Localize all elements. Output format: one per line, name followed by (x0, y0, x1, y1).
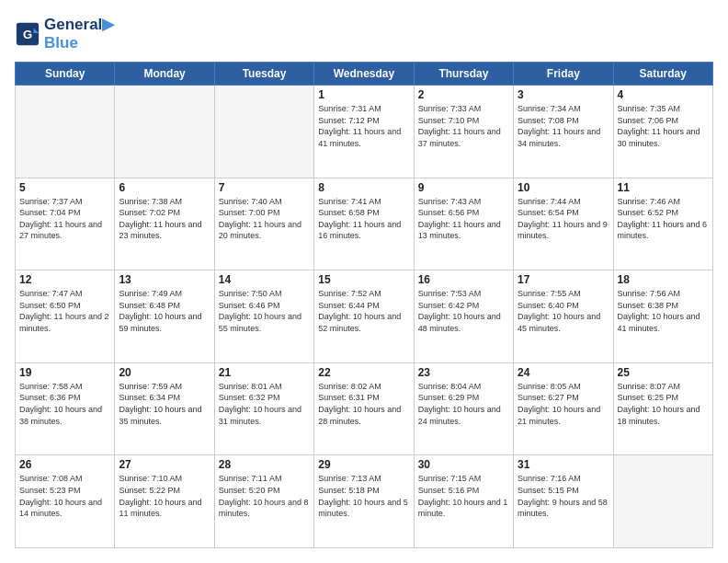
day-cell-30: 30Sunrise: 7:15 AMSunset: 5:16 PMDayligh… (414, 455, 513, 548)
day-cell-2: 2Sunrise: 7:33 AMSunset: 7:10 PMDaylight… (414, 86, 513, 178)
day-cell-10: 10Sunrise: 7:44 AMSunset: 6:54 PMDayligh… (514, 178, 613, 270)
day-number: 1 (318, 88, 409, 101)
day-number: 6 (119, 181, 210, 194)
logo-blue: Blue (44, 34, 114, 52)
day-info: Sunrise: 8:07 AMSunset: 6:25 PMDaylight:… (618, 381, 709, 427)
day-cell-5: 5Sunrise: 7:37 AMSunset: 7:04 PMDaylight… (16, 178, 115, 270)
day-cell-14: 14Sunrise: 7:50 AMSunset: 6:46 PMDayligh… (214, 270, 313, 363)
day-info: Sunrise: 7:50 AMSunset: 6:46 PMDaylight:… (219, 288, 310, 334)
day-info: Sunrise: 7:56 AMSunset: 6:38 PMDaylight:… (618, 288, 709, 334)
day-info: Sunrise: 7:40 AMSunset: 7:00 PMDaylight:… (219, 196, 310, 242)
day-info: Sunrise: 7:55 AMSunset: 6:40 PMDaylight:… (518, 288, 609, 334)
day-info: Sunrise: 7:33 AMSunset: 7:10 PMDaylight:… (418, 103, 509, 149)
day-cell-28: 28Sunrise: 7:11 AMSunset: 5:20 PMDayligh… (214, 455, 313, 548)
day-cell-24: 24Sunrise: 8:05 AMSunset: 6:27 PMDayligh… (514, 362, 613, 455)
logo: G General▶ Blue (15, 15, 114, 52)
day-cell-18: 18Sunrise: 7:56 AMSunset: 6:38 PMDayligh… (613, 270, 712, 363)
page: G General▶ Blue SundayMondayTuesdayWedne… (0, 0, 728, 563)
day-number: 10 (518, 181, 609, 194)
week-row-2: 12Sunrise: 7:47 AMSunset: 6:50 PMDayligh… (16, 270, 713, 363)
day-info: Sunrise: 7:13 AMSunset: 5:18 PMDaylight:… (318, 473, 409, 519)
day-number: 22 (318, 366, 409, 379)
day-cell-23: 23Sunrise: 8:04 AMSunset: 6:29 PMDayligh… (414, 362, 513, 455)
day-cell-15: 15Sunrise: 7:52 AMSunset: 6:44 PMDayligh… (314, 270, 414, 363)
day-cell-11: 11Sunrise: 7:46 AMSunset: 6:52 PMDayligh… (613, 178, 712, 270)
day-header-sunday: Sunday (16, 63, 115, 86)
logo-icon: G (15, 21, 40, 47)
day-header-monday: Monday (115, 63, 214, 86)
day-number: 25 (618, 366, 709, 379)
day-number: 17 (518, 273, 609, 286)
day-number: 27 (119, 458, 210, 471)
day-number: 4 (618, 88, 709, 101)
day-cell-13: 13Sunrise: 7:49 AMSunset: 6:48 PMDayligh… (115, 270, 214, 363)
day-info: Sunrise: 7:31 AMSunset: 7:12 PMDaylight:… (318, 103, 409, 149)
day-info: Sunrise: 7:46 AMSunset: 6:52 PMDaylight:… (618, 196, 709, 242)
day-number: 8 (318, 181, 409, 194)
week-row-1: 5Sunrise: 7:37 AMSunset: 7:04 PMDaylight… (16, 178, 713, 270)
day-number: 14 (219, 273, 310, 286)
day-cell-26: 26Sunrise: 7:08 AMSunset: 5:23 PMDayligh… (16, 455, 115, 548)
day-cell-8: 8Sunrise: 7:41 AMSunset: 6:58 PMDaylight… (314, 178, 414, 270)
day-number: 29 (318, 458, 409, 471)
day-info: Sunrise: 7:41 AMSunset: 6:58 PMDaylight:… (318, 196, 409, 242)
day-number: 28 (219, 458, 310, 471)
day-number: 26 (19, 458, 110, 471)
day-number: 24 (518, 366, 609, 379)
day-info: Sunrise: 7:35 AMSunset: 7:06 PMDaylight:… (618, 103, 709, 149)
day-number: 20 (119, 366, 210, 379)
week-row-0: 1Sunrise: 7:31 AMSunset: 7:12 PMDaylight… (16, 86, 713, 178)
day-number: 11 (618, 181, 709, 194)
day-cell-27: 27Sunrise: 7:10 AMSunset: 5:22 PMDayligh… (115, 455, 214, 548)
day-header-friday: Friday (514, 63, 613, 86)
calendar-header-row: SundayMondayTuesdayWednesdayThursdayFrid… (16, 63, 713, 86)
calendar-table: SundayMondayTuesdayWednesdayThursdayFrid… (15, 62, 713, 548)
header: G General▶ Blue (15, 15, 713, 52)
day-header-tuesday: Tuesday (214, 63, 313, 86)
day-cell-3: 3Sunrise: 7:34 AMSunset: 7:08 PMDaylight… (514, 86, 613, 178)
day-cell-6: 6Sunrise: 7:38 AMSunset: 7:02 PMDaylight… (115, 178, 214, 270)
day-info: Sunrise: 7:58 AMSunset: 6:36 PMDaylight:… (19, 381, 110, 427)
day-info: Sunrise: 7:15 AMSunset: 5:16 PMDaylight:… (418, 473, 509, 519)
day-number: 31 (518, 458, 609, 471)
day-cell-19: 19Sunrise: 7:58 AMSunset: 6:36 PMDayligh… (16, 362, 115, 455)
day-number: 2 (418, 88, 509, 101)
logo-general: General▶ (44, 15, 114, 34)
empty-cell (613, 455, 712, 548)
day-info: Sunrise: 7:49 AMSunset: 6:48 PMDaylight:… (119, 288, 210, 334)
day-cell-1: 1Sunrise: 7:31 AMSunset: 7:12 PMDaylight… (314, 86, 414, 178)
day-info: Sunrise: 7:34 AMSunset: 7:08 PMDaylight:… (518, 103, 609, 149)
day-header-saturday: Saturday (613, 63, 712, 86)
day-cell-17: 17Sunrise: 7:55 AMSunset: 6:40 PMDayligh… (514, 270, 613, 363)
day-info: Sunrise: 7:52 AMSunset: 6:44 PMDaylight:… (318, 288, 409, 334)
day-cell-31: 31Sunrise: 7:16 AMSunset: 5:15 PMDayligh… (514, 455, 613, 548)
day-info: Sunrise: 7:10 AMSunset: 5:22 PMDaylight:… (119, 473, 210, 519)
svg-text:G: G (23, 27, 32, 40)
day-cell-29: 29Sunrise: 7:13 AMSunset: 5:18 PMDayligh… (314, 455, 414, 548)
day-number: 13 (119, 273, 210, 286)
week-row-4: 26Sunrise: 7:08 AMSunset: 5:23 PMDayligh… (16, 455, 713, 548)
day-header-thursday: Thursday (414, 63, 513, 86)
day-info: Sunrise: 7:53 AMSunset: 6:42 PMDaylight:… (418, 288, 509, 334)
day-info: Sunrise: 8:04 AMSunset: 6:29 PMDaylight:… (418, 381, 509, 427)
day-info: Sunrise: 7:16 AMSunset: 5:15 PMDaylight:… (518, 473, 609, 519)
day-info: Sunrise: 7:08 AMSunset: 5:23 PMDaylight:… (19, 473, 110, 519)
day-cell-25: 25Sunrise: 8:07 AMSunset: 6:25 PMDayligh… (613, 362, 712, 455)
day-info: Sunrise: 7:11 AMSunset: 5:20 PMDaylight:… (219, 473, 310, 519)
day-cell-21: 21Sunrise: 8:01 AMSunset: 6:32 PMDayligh… (214, 362, 313, 455)
day-number: 15 (318, 273, 409, 286)
day-info: Sunrise: 7:44 AMSunset: 6:54 PMDaylight:… (518, 196, 609, 242)
day-info: Sunrise: 7:59 AMSunset: 6:34 PMDaylight:… (119, 381, 210, 427)
week-row-3: 19Sunrise: 7:58 AMSunset: 6:36 PMDayligh… (16, 362, 713, 455)
day-info: Sunrise: 8:05 AMSunset: 6:27 PMDaylight:… (518, 381, 609, 427)
day-info: Sunrise: 7:38 AMSunset: 7:02 PMDaylight:… (119, 196, 210, 242)
day-number: 23 (418, 366, 509, 379)
day-number: 12 (19, 273, 110, 286)
day-number: 21 (219, 366, 310, 379)
day-info: Sunrise: 7:37 AMSunset: 7:04 PMDaylight:… (19, 196, 110, 242)
day-number: 3 (518, 88, 609, 101)
day-cell-12: 12Sunrise: 7:47 AMSunset: 6:50 PMDayligh… (16, 270, 115, 363)
day-number: 16 (418, 273, 509, 286)
day-info: Sunrise: 8:01 AMSunset: 6:32 PMDaylight:… (219, 381, 310, 427)
day-number: 30 (418, 458, 509, 471)
